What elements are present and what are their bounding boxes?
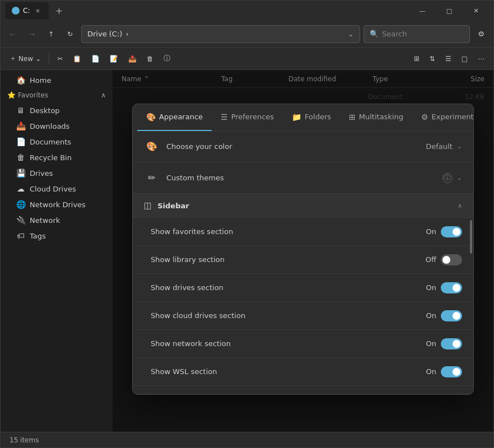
tab-bar: C: ✕ + — [5, 2, 405, 19]
color-row[interactable]: 🎨 Choose your color Default ⌄ — [133, 131, 473, 162]
toggle-library-container: Off — [426, 254, 462, 265]
toggle-row-tags[interactable]: Show Tags section On — [133, 386, 473, 394]
toggle-row-wsl[interactable]: Show WSL section On — [133, 358, 473, 386]
tab-experimental[interactable]: ⚙ Experimental — [412, 104, 474, 131]
search-icon: 🔍 — [370, 30, 379, 38]
sidebar-item-tags[interactable]: 🏷 Tags — [3, 228, 110, 243]
delete-button[interactable]: 🗑 — [142, 50, 158, 67]
more-button[interactable]: ⋯ — [473, 50, 489, 67]
themes-row[interactable]: ✏ Custom themes ⓘ ⌄ — [133, 162, 473, 194]
toggle-cloud-state: On — [426, 311, 436, 320]
modal-overlay: 🎨 Appearance ☰ Preferences 📁 Folders — [113, 70, 493, 432]
sidebar: 🏠 Home ⭐ Favorites ∧ 🖥 Desktop 📥 Downloa… — [1, 70, 113, 432]
toggle-drives-container: On — [426, 282, 462, 293]
close-button[interactable]: ✕ — [463, 2, 489, 20]
sort-button[interactable]: ⇅ — [425, 50, 440, 67]
active-tab[interactable]: C: ✕ — [5, 2, 49, 19]
toggle-drives-switch[interactable] — [441, 282, 462, 293]
toolbar: ＋ New ⌄ ✂ 📋 📄 📝 📤 🗑 ⓘ ⊞ ⇅ ☰ □ ⋯ — [1, 48, 493, 70]
sidebar-item-network-drives[interactable]: 🌐 Network Drives — [3, 197, 110, 212]
color-value-container: Default ⌄ — [426, 142, 462, 151]
favorites-chevron: ⭐ — [7, 91, 16, 99]
search-bar[interactable]: 🔍 Search — [363, 25, 470, 43]
paste-button[interactable]: 📄 — [87, 50, 104, 67]
sidebar-item-network[interactable]: 🔌 Network — [3, 213, 110, 227]
back-button[interactable]: ← — [5, 26, 21, 42]
toggle-wsl-state: On — [426, 367, 436, 376]
toggle-row-library[interactable]: Show library section Off — [133, 246, 473, 274]
favorites-collapse-icon: ∧ — [101, 91, 106, 99]
toggle-tags-container: On — [426, 394, 462, 395]
sidebar-tags-label: Tags — [30, 232, 46, 240]
tab-multitasking[interactable]: ⊞ Multitasking — [340, 104, 412, 131]
address-dropdown-icon[interactable]: ⌄ — [348, 30, 354, 38]
new-tab-button[interactable]: + — [51, 3, 67, 18]
sidebar-favorites-header[interactable]: ⭐ Favorites ∧ — [1, 88, 113, 102]
sidebar-collapse-icon: ∧ — [458, 202, 462, 209]
address-path: Drive (C:) — [87, 30, 122, 38]
recycle-icon: 🗑 — [16, 153, 25, 162]
rename-button[interactable]: 📝 — [105, 50, 123, 67]
sidebar-item-desktop[interactable]: 🖥 Desktop — [3, 103, 110, 118]
sidebar-downloads-label: Downloads — [30, 122, 69, 130]
properties-button[interactable]: ⓘ — [159, 50, 175, 67]
sidebar-documents-label: Documents — [30, 138, 71, 146]
copy-button[interactable]: 📋 — [68, 50, 86, 67]
address-bar: ← → ↑ ↻ Drive (C:) › ⌄ 🔍 Search ⚙ — [1, 21, 493, 48]
share-button[interactable]: 📤 — [124, 50, 141, 67]
tab-folders[interactable]: 📁 Folders — [283, 104, 340, 131]
multitasking-tab-icon: ⊞ — [349, 113, 356, 122]
color-dropdown-icon: ⌄ — [457, 143, 462, 150]
sidebar-item-recycle[interactable]: 🗑 Recycle Bin — [3, 150, 110, 165]
content-area: Name ⌃ Tag Date modified Type Size Docum… — [113, 70, 493, 432]
sidebar-item-home[interactable]: 🏠 Home — [3, 73, 110, 87]
new-button[interactable]: ＋ New ⌄ — [5, 50, 45, 67]
tab-preferences[interactable]: ☰ Preferences — [212, 104, 283, 131]
sidebar-item-documents[interactable]: 📄 Documents — [3, 134, 110, 149]
new-plus-icon: ＋ — [10, 54, 16, 63]
folders-tab-label: Folders — [305, 113, 331, 121]
sidebar-item-downloads[interactable]: 📥 Downloads — [3, 119, 110, 133]
toggle-drives-state: On — [426, 283, 436, 292]
cut-button[interactable]: ✂ — [53, 50, 67, 67]
toggle-row-favorites[interactable]: Show favorites section On — [133, 218, 473, 246]
view-toggle-button[interactable]: ⊞ — [409, 50, 424, 67]
toggle-row-cloud[interactable]: Show cloud drives section On — [133, 302, 473, 330]
toggle-network-switch[interactable] — [441, 338, 462, 349]
toggle-favorites-switch[interactable] — [441, 226, 462, 237]
toggle-library-switch[interactable] — [441, 254, 462, 265]
settings-button[interactable]: ⚙ — [473, 26, 489, 42]
minimize-button[interactable]: — — [409, 2, 435, 20]
status-bar: 15 items — [1, 432, 493, 447]
toggle-row-network[interactable]: Show network section On — [133, 330, 473, 358]
refresh-button[interactable]: ↻ — [62, 26, 78, 42]
toggle-cloud-thumb — [453, 312, 460, 320]
network-icon: 🔌 — [16, 216, 25, 225]
toggle-network-thumb — [453, 340, 460, 348]
tab-close-button[interactable]: ✕ — [33, 6, 42, 15]
address-input[interactable]: Drive (C:) › ⌄ — [81, 25, 360, 43]
window-controls: — □ ✕ — [409, 2, 489, 20]
sidebar-item-cloud-drives[interactable]: ☁ Cloud Drives — [3, 181, 110, 196]
themes-info-icon[interactable]: ⓘ — [442, 173, 453, 183]
sidebar-item-drives[interactable]: 💾 Drives — [3, 166, 110, 180]
toggle-tags-switch[interactable] — [441, 394, 462, 395]
sidebar-section-header[interactable]: ◫ Sidebar ∧ — [133, 194, 473, 218]
toggle-favorites-label: Show favorites section — [151, 227, 426, 236]
layout-button[interactable]: □ — [457, 50, 472, 67]
toggle-library-thumb — [442, 256, 450, 264]
up-button[interactable]: ↑ — [43, 26, 59, 42]
group-button[interactable]: ☰ — [441, 50, 456, 67]
folders-tab-icon: 📁 — [292, 113, 301, 122]
sidebar-section-icon: ◫ — [144, 200, 152, 211]
toggle-network-state: On — [426, 339, 436, 348]
tab-appearance[interactable]: 🎨 Appearance — [137, 104, 212, 131]
toggle-wsl-switch[interactable] — [441, 366, 462, 377]
toggle-row-drives[interactable]: Show drives section On — [133, 274, 473, 302]
toggle-cloud-switch[interactable] — [441, 310, 462, 321]
maximize-button[interactable]: □ — [436, 2, 462, 20]
modal-scrollbar[interactable] — [470, 220, 472, 254]
modal-tabs: 🎨 Appearance ☰ Preferences 📁 Folders — [137, 104, 474, 131]
toggle-favorites-thumb — [453, 228, 460, 236]
forward-button[interactable]: → — [24, 26, 40, 42]
